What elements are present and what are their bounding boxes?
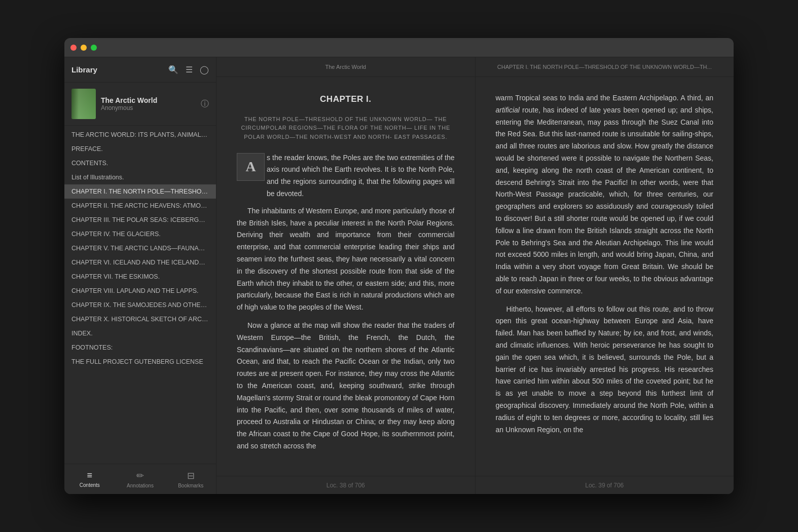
toc-item[interactable]: CHAPTER VIII. LAPLAND AND THE LAPPS. bbox=[64, 284, 216, 298]
menu-button[interactable]: ☰ bbox=[186, 65, 193, 74]
main-area: Library 🔍 ☰ ◯ The Arctic World Anonymous… bbox=[64, 57, 734, 494]
left-page[interactable]: CHAPTER I. THE NORTH POLE—THRESHOLD OF T… bbox=[216, 77, 476, 476]
bottom-tab-contents[interactable]: ≡Contents bbox=[64, 466, 115, 492]
reading-pages: CHAPTER I. THE NORTH POLE—THRESHOLD OF T… bbox=[216, 77, 734, 476]
minimize-button[interactable] bbox=[81, 45, 87, 51]
book-author: Anonymous bbox=[101, 104, 196, 111]
chapter-heading: CHAPTER I. bbox=[237, 92, 455, 107]
drop-cap: A bbox=[237, 153, 265, 181]
reading-footer: Loc. 38 of 706 Loc. 39 of 706 bbox=[216, 476, 734, 494]
toc-item[interactable]: CHAPTER X. HISTORICAL SKETCH OF ARCTIC .… bbox=[64, 312, 216, 326]
sidebar-header: Library 🔍 ☰ ◯ bbox=[64, 57, 216, 83]
toc-item[interactable]: CHAPTER V. THE ARCTIC LANDS—FAUNA—F... bbox=[64, 241, 216, 255]
columns-header: The Arctic World CHAPTER I. THE NORTH PO… bbox=[216, 57, 734, 77]
toc-item[interactable]: CHAPTER VI. ICELAND AND THE ICELANDERS. bbox=[64, 255, 216, 270]
search-button[interactable]: 🔍 bbox=[168, 65, 178, 74]
toc-item[interactable]: THE FULL PROJECT GUTENBERG LICENSE bbox=[64, 355, 216, 369]
paragraph: Now a glance at the map will show the re… bbox=[237, 320, 455, 452]
paragraph: warm Tropical seas to India and the East… bbox=[496, 92, 714, 297]
book-info: The Arctic World Anonymous ⓘ bbox=[64, 83, 216, 126]
book-cover bbox=[71, 89, 96, 119]
right-header-title: CHAPTER I. THE NORTH POLE—THRESHOLD OF T… bbox=[497, 64, 712, 70]
sidebar-icons: 🔍 ☰ ◯ bbox=[168, 65, 209, 74]
tab-icon: ≡ bbox=[87, 470, 93, 481]
toc-item[interactable]: List of Illustrations. bbox=[64, 170, 216, 184]
sidebar-title: Library bbox=[71, 65, 97, 74]
book-title: The Arctic World bbox=[101, 96, 196, 104]
right-page[interactable]: warm Tropical seas to India and the East… bbox=[476, 77, 734, 476]
bottom-tab-annotations[interactable]: ✏Annotations bbox=[115, 466, 166, 492]
toc-item[interactable]: CHAPTER IX. THE SAMOJEDES AND OTHER T... bbox=[64, 298, 216, 312]
tab-icon: ✏ bbox=[136, 470, 144, 481]
drop-cap-container: A s the reader knows, the Poles are the … bbox=[237, 152, 455, 200]
maximize-button[interactable] bbox=[91, 45, 97, 51]
right-footer: Loc. 39 of 706 bbox=[476, 476, 734, 494]
toc-item[interactable]: FOOTNOTES: bbox=[64, 340, 216, 355]
book-meta: The Arctic World Anonymous bbox=[101, 96, 196, 111]
tab-label: Bookmarks bbox=[178, 483, 203, 488]
tab-label: Annotations bbox=[127, 483, 154, 488]
first-para-text: s the reader knows, the Poles are the tw… bbox=[267, 152, 455, 200]
paragraph: Hitherto, however, all efforts to follow… bbox=[496, 303, 714, 436]
app-window: Library 🔍 ☰ ◯ The Arctic World Anonymous… bbox=[64, 38, 734, 494]
sidebar: Library 🔍 ☰ ◯ The Arctic World Anonymous… bbox=[64, 57, 216, 494]
toc-item[interactable]: CONTENTS. bbox=[64, 156, 216, 170]
tab-icon: ⊟ bbox=[187, 470, 195, 481]
title-bar bbox=[64, 38, 734, 57]
toc-item[interactable]: CHAPTER IV. THE GLACIERS. bbox=[64, 227, 216, 241]
toc-item[interactable]: INDEX. bbox=[64, 326, 216, 340]
left-col-header: The Arctic World bbox=[216, 57, 476, 77]
paragraph: The inhabitants of Western Europe, and m… bbox=[237, 205, 455, 314]
left-header-title: The Arctic World bbox=[325, 64, 367, 70]
toc-item[interactable]: CHAPTER II. THE ARCTIC HEAVENS: ATMOSP..… bbox=[64, 199, 216, 213]
left-footer: Loc. 38 of 706 bbox=[216, 476, 476, 494]
toc-list: THE ARCTIC WORLD: ITS PLANTS, ANIMALS, .… bbox=[64, 126, 216, 464]
toc-item[interactable]: THE ARCTIC WORLD: ITS PLANTS, ANIMALS, .… bbox=[64, 128, 216, 142]
user-button[interactable]: ◯ bbox=[200, 65, 209, 74]
close-button[interactable] bbox=[70, 45, 77, 51]
left-paragraphs: The inhabitants of Western Europe, and m… bbox=[237, 205, 455, 452]
toc-item[interactable]: CHAPTER III. THE POLAR SEAS: ICEBERGS—I.… bbox=[64, 213, 216, 227]
toc-item[interactable]: CHAPTER I. THE NORTH POLE—THRESHOLD ... bbox=[64, 184, 216, 199]
columns-wrapper: The Arctic World CHAPTER I. THE NORTH PO… bbox=[216, 57, 734, 494]
reading-area: The Arctic World CHAPTER I. THE NORTH PO… bbox=[216, 57, 734, 494]
toc-item[interactable]: CHAPTER VII. THE ESKIMOS. bbox=[64, 270, 216, 284]
toc-item[interactable]: PREFACE. bbox=[64, 142, 216, 156]
right-col-header: CHAPTER I. THE NORTH POLE—THRESHOLD OF T… bbox=[476, 57, 734, 77]
info-icon[interactable]: ⓘ bbox=[201, 99, 209, 109]
chapter-subtitle: THE NORTH POLE—THRESHOLD OF THE UNKNOWN … bbox=[237, 115, 455, 142]
tab-label: Contents bbox=[80, 482, 100, 488]
bottom-tab-bookmarks[interactable]: ⊟Bookmarks bbox=[165, 466, 216, 492]
sidebar-bottom: ≡Contents✏Annotations⊟Bookmarks bbox=[64, 464, 216, 494]
